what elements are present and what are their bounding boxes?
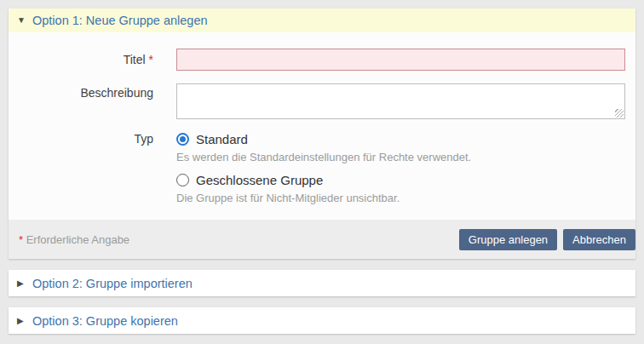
helper-standard: Es werden die Standardeinstellungen für … <box>176 151 625 163</box>
abbrechen-button[interactable]: Abbrechen <box>563 229 635 250</box>
radio-label-standard[interactable]: Standard <box>196 132 248 146</box>
radio-dot-icon <box>180 136 186 142</box>
accordion-header-option2[interactable]: ▶ Option 2: Gruppe importieren <box>9 270 635 296</box>
accordion-section-option3: ▶ Option 3: Gruppe kopieren <box>9 307 635 334</box>
radio-label-geschlossene-gruppe[interactable]: Geschlossene Gruppe <box>196 173 323 187</box>
typ-row: Typ Standard Es werden die Standardeinst… <box>9 132 625 204</box>
triangle-right-icon: ▶ <box>17 317 32 325</box>
titel-input[interactable] <box>176 49 625 71</box>
accordion-section-option2: ▶ Option 2: Gruppe importieren <box>9 270 635 296</box>
typ-label: Typ <box>9 132 176 204</box>
radio-option-standard[interactable]: Standard <box>176 132 625 146</box>
accordion-section-option1: ▼ Option 1: Neue Gruppe anlegen Titel * … <box>9 9 635 259</box>
triangle-down-icon: ▼ <box>17 16 32 25</box>
beschreibung-textarea[interactable] <box>176 83 625 119</box>
accordion-title-option3: Option 3: Gruppe kopieren <box>32 314 178 328</box>
titel-label: Titel * <box>9 49 176 71</box>
required-note-text: Erforderliche Angabe <box>26 233 129 246</box>
titel-required-asterisk: * <box>149 53 153 66</box>
required-note-asterisk: * <box>19 233 23 246</box>
titel-row: Titel * <box>9 49 625 71</box>
radio-option-geschlossene-gruppe[interactable]: Geschlossene Gruppe <box>176 173 625 187</box>
gruppe-anlegen-button[interactable]: Gruppe anlegen <box>459 229 557 250</box>
triangle-right-icon: ▶ <box>17 279 32 288</box>
group-create-form: Titel * Beschreibung Typ <box>9 32 635 220</box>
beschreibung-label: Beschreibung <box>9 83 176 119</box>
accordion-header-option3[interactable]: ▶ Option 3: Gruppe kopieren <box>9 307 635 334</box>
titel-control <box>176 49 625 71</box>
accordion-title-option2: Option 2: Gruppe importieren <box>32 277 193 290</box>
beschreibung-row: Beschreibung <box>9 83 625 119</box>
required-note: * Erforderliche Angabe <box>19 233 129 246</box>
form-footer: * Erforderliche Angabe Gruppe anlegen Ab… <box>9 220 635 259</box>
beschreibung-control <box>176 83 625 119</box>
titel-label-text: Titel <box>124 53 146 66</box>
typ-radio-group: Standard Es werden die Standardeinstellu… <box>176 132 625 204</box>
accordion-header-option1[interactable]: ▼ Option 1: Neue Gruppe anlegen <box>9 9 635 32</box>
radio-unselected-icon[interactable] <box>176 174 189 186</box>
page: ▼ Option 1: Neue Gruppe anlegen Titel * … <box>0 0 644 334</box>
accordion-title-option1: Option 1: Neue Gruppe anlegen <box>32 14 208 27</box>
helper-geschlossene-gruppe: Die Gruppe ist für Nicht-Mitglieder unsi… <box>176 192 625 204</box>
footer-buttons: Gruppe anlegen Abbrechen <box>459 229 635 250</box>
radio-selected-icon[interactable] <box>176 133 189 146</box>
